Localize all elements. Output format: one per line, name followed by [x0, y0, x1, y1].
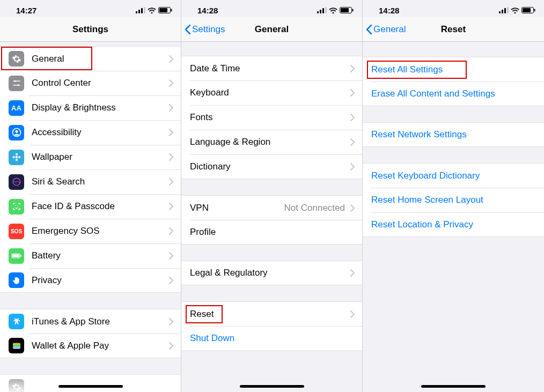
status-bar: 14:28: [181, 0, 362, 17]
cell-wallet[interactable]: Wallet & Apple Pay: [0, 334, 181, 358]
wallpaper-icon: [9, 150, 24, 165]
home-indicator[interactable]: [240, 385, 304, 388]
display-icon: AA: [9, 100, 24, 116]
siri-icon: [9, 174, 24, 190]
svg-rect-34: [352, 9, 354, 12]
privacy-icon: [9, 272, 24, 288]
cell-label: Fonts: [190, 112, 350, 123]
cell-vpn[interactable]: VPNNot Connected: [181, 195, 362, 220]
chevron-right-icon: [169, 79, 173, 87]
svg-rect-3: [144, 7, 145, 13]
status-time: 14:28: [197, 6, 218, 15]
cell-label: Reset Location & Privacy: [371, 219, 544, 230]
back-button[interactable]: Settings: [181, 24, 225, 35]
status-time: 14:27: [16, 6, 36, 15]
cell-label: Profile: [190, 227, 362, 238]
chevron-right-icon: [350, 163, 355, 171]
cell-datetime[interactable]: Date & Time: [181, 56, 362, 80]
cell-label: Face ID & Passcode: [32, 201, 169, 212]
cell-privacy[interactable]: Privacy: [0, 268, 181, 293]
home-indicator[interactable]: [421, 385, 486, 388]
svg-point-20: [17, 205, 18, 206]
cell-battery[interactable]: Battery: [0, 243, 181, 268]
status-indicators: [317, 7, 354, 13]
cell-control-center[interactable]: Control Center: [0, 71, 181, 95]
chevron-right-icon: [350, 204, 355, 212]
chevron-left-icon: [366, 24, 372, 35]
cell-erase-all[interactable]: Erase All Content and Settings: [363, 82, 544, 106]
cell-value: Not Connected: [284, 203, 345, 213]
svg-point-15: [15, 159, 18, 161]
cell-label: Siri & Search: [32, 176, 169, 187]
cell-itunes[interactable]: iTunes & App Store: [0, 309, 181, 334]
cell-reset-home[interactable]: Reset Home Screen Layout: [363, 188, 544, 212]
chevron-right-icon: [169, 178, 173, 186]
svg-rect-2: [141, 8, 143, 13]
status-indicators: [499, 7, 535, 13]
cell-label: Reset Keyboard Dictionary: [371, 171, 544, 181]
cell-label: General: [32, 54, 169, 64]
cell-label: Dictionary: [190, 161, 350, 172]
cell-peek[interactable]: [0, 374, 181, 392]
cell-fonts[interactable]: Fonts: [181, 105, 362, 130]
cellular-signal-icon: [136, 7, 145, 13]
screen-0: 14:27SettingsGeneralControl CenterAADisp…: [0, 0, 181, 392]
nav-bar: GeneralReset: [363, 17, 544, 42]
cell-label: Emergency SOS: [32, 226, 169, 236]
accessibility-icon: [9, 125, 24, 140]
nav-bar: SettingsGeneral: [181, 17, 362, 42]
wifi-icon: [511, 7, 519, 13]
cell-general[interactable]: General: [0, 46, 181, 71]
cellular-signal-icon: [317, 7, 327, 13]
sos-icon: SOS: [9, 224, 24, 239]
chevron-right-icon: [350, 89, 355, 97]
svg-rect-29: [320, 10, 321, 13]
wallet-icon: [9, 338, 24, 353]
cell-reset-all[interactable]: Reset All Settings: [363, 57, 544, 82]
chevron-right-icon: [169, 129, 173, 136]
cell-reset-network[interactable]: Reset Network Settings: [363, 122, 544, 147]
cell-shutdown[interactable]: Shut Down: [181, 326, 362, 351]
svg-rect-36: [502, 10, 503, 13]
nav-title: Settings: [0, 24, 181, 35]
cell-label: Control Center: [32, 78, 169, 88]
svg-rect-35: [499, 11, 501, 13]
cell-display[interactable]: AADisplay & Brightness: [0, 95, 181, 120]
cell-profile[interactable]: Profile: [181, 220, 362, 245]
cell-dictionary[interactable]: Dictionary: [181, 154, 362, 179]
cell-keyboard[interactable]: Keyboard: [181, 80, 362, 105]
cell-label: Date & Time: [190, 63, 350, 74]
battery-icon: [9, 248, 24, 264]
chevron-right-icon: [350, 138, 355, 146]
cell-faceid[interactable]: Face ID & Passcode: [0, 194, 181, 219]
status-bar: 14:27: [0, 0, 181, 17]
battery-icon: [340, 7, 354, 13]
back-button[interactable]: General: [363, 24, 406, 35]
cell-label: Reset All Settings: [371, 64, 544, 75]
cell-accessibility[interactable]: Accessibility: [0, 120, 181, 145]
cell-reset-location[interactable]: Reset Location & Privacy: [363, 212, 544, 237]
svg-rect-30: [322, 8, 324, 13]
cell-legal[interactable]: Legal & Regulatory: [181, 261, 362, 285]
cell-label: Accessibility: [32, 127, 169, 138]
cell-language[interactable]: Language & Region: [181, 130, 362, 154]
svg-point-14: [15, 153, 18, 156]
svg-rect-31: [325, 7, 327, 13]
faceid-icon: [9, 199, 24, 215]
home-indicator[interactable]: [58, 385, 123, 388]
svg-point-17: [18, 156, 21, 159]
cell-wallpaper[interactable]: Wallpaper: [0, 145, 181, 169]
cell-reset[interactable]: Reset: [181, 301, 362, 326]
svg-rect-10: [13, 85, 20, 86]
itunes-icon: [9, 314, 24, 329]
svg-point-19: [15, 205, 16, 206]
cell-reset-keyboard[interactable]: Reset Keyboard Dictionary: [363, 163, 544, 188]
svg-rect-22: [12, 254, 19, 257]
chevron-right-icon: [169, 227, 173, 235]
back-label: Settings: [192, 24, 225, 35]
chevron-right-icon: [169, 55, 173, 63]
cell-siri[interactable]: Siri & Search: [0, 169, 181, 194]
status-indicators: [136, 7, 172, 13]
screen-1: 14:28SettingsGeneralDate & TimeKeyboardF…: [181, 0, 363, 392]
cell-sos[interactable]: SOSEmergency SOS: [0, 219, 181, 243]
